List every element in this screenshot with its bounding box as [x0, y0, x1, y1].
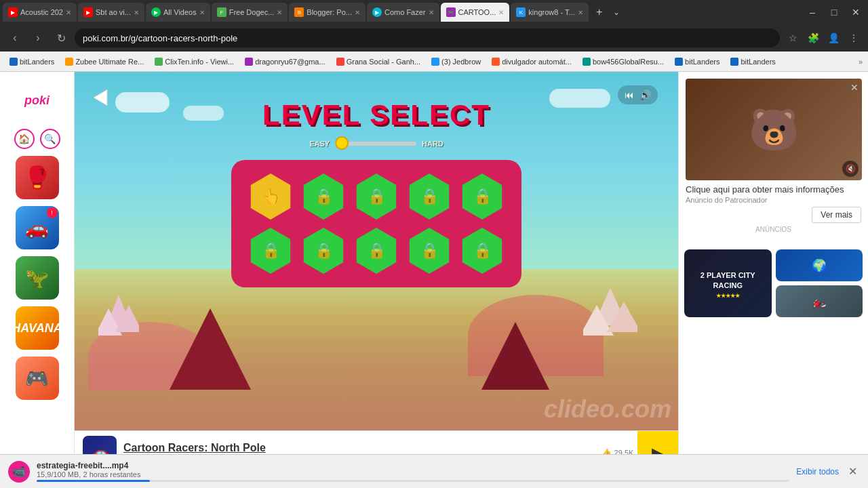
level-5-lock-icon: 🔒	[473, 188, 492, 205]
tab-favicon-7: 🎮	[446, 7, 456, 17]
download-bar-close-button[interactable]: ✕	[846, 462, 860, 481]
bookmark-divulgador[interactable]: divulgador automát...	[488, 56, 576, 67]
tab-close-7[interactable]: ✕	[498, 9, 504, 16]
sidebar-game-1[interactable]: 🥊	[16, 156, 59, 199]
search-button[interactable]: 🔍	[40, 129, 60, 149]
tab-close-1[interactable]: ✕	[66, 9, 71, 16]
tab-close-3[interactable]: ✕	[199, 9, 205, 16]
level-2-button[interactable]: 🔒	[300, 174, 347, 220]
new-tab-button[interactable]: +	[590, 3, 609, 22]
home-button[interactable]: 🏠	[14, 129, 35, 149]
tab-sbt[interactable]: ▶ Sbt ao vi... ✕	[78, 3, 144, 22]
bookmark-icon-4	[245, 58, 253, 66]
tab-freedoge[interactable]: F Free Dogec... ✕	[212, 3, 288, 22]
audio-controls: ⏮ 🔊	[618, 85, 658, 104]
bookmark-icon-8	[583, 58, 591, 66]
ad-button-row: Ver mais	[686, 207, 861, 223]
download-bar: 📹 estrategia-freebit....mp4 15,9/100 MB,…	[0, 454, 868, 488]
download-progress-bar	[37, 480, 789, 482]
ver-mais-button[interactable]: Ver mais	[812, 207, 861, 223]
show-all-downloads-button[interactable]: Exibir todos	[796, 467, 839, 476]
level-6-lock-icon: 🔒	[262, 242, 280, 260]
tab-label-8: kingrow8 - T...	[528, 8, 574, 16]
settings-icon[interactable]: ⋮	[845, 29, 863, 47]
tab-close-2[interactable]: ✕	[134, 9, 139, 16]
download-progress-fill	[37, 480, 150, 482]
svg-marker-6	[94, 89, 107, 106]
ad-bear-image: 🐻	[749, 106, 800, 154]
bookmark-zubee[interactable]: Zubee Ultimate Re...	[61, 56, 148, 67]
tab-favicon-4: F	[217, 7, 226, 17]
bookmark-bitlanders-1[interactable]: bitLanders	[5, 56, 58, 67]
bookmark-icon-7	[492, 58, 500, 66]
bookmark-clixten[interactable]: ClixTen.info - Viewi...	[151, 56, 238, 67]
tab-favicon-3: ▶	[151, 7, 161, 17]
level-9-button[interactable]: 🔒	[406, 228, 452, 274]
tab-allvideos[interactable]: ▶ All Videos ✕	[146, 3, 210, 22]
tab-close-4[interactable]: ✕	[277, 9, 282, 16]
level-4-button[interactable]: 🔒	[406, 174, 452, 220]
hex-shape-1: 👆	[248, 174, 294, 220]
difficulty-slider[interactable]	[335, 141, 416, 146]
related-game-open-world[interactable]: 🌍	[776, 249, 863, 281]
sidebar-game-5[interactable]: 🎮	[16, 357, 59, 400]
level-10-button[interactable]: 🔒	[459, 228, 505, 274]
extensions-icon[interactable]: 🧩	[804, 29, 822, 47]
profile-icon[interactable]: 👤	[825, 29, 842, 47]
tab-close-6[interactable]: ✕	[429, 9, 434, 16]
close-button[interactable]: ✕	[846, 3, 865, 22]
trees-left	[98, 295, 139, 349]
tab-cartoon[interactable]: 🎮 CARTOO... ✕	[441, 3, 510, 22]
level-7-button[interactable]: 🔒	[300, 228, 347, 274]
tab-kingrow[interactable]: K kingrow8 - T... ✕	[511, 3, 588, 22]
sidebar-game-2[interactable]: 🚗 !	[16, 206, 59, 249]
sidebar-game-4[interactable]: HAVANA	[16, 306, 59, 350]
level-5-button[interactable]: 🔒	[459, 174, 505, 220]
level-1-button[interactable]: 👆	[248, 174, 294, 220]
refresh-button[interactable]: ↻	[52, 28, 71, 47]
level-3-lock-icon: 🔒	[368, 188, 386, 205]
tab-comofazer[interactable]: ▶ Como Fazer ✕	[367, 3, 439, 22]
sidebar-game-3[interactable]: 🦖	[16, 256, 59, 300]
bookmark-icon-2	[65, 58, 73, 66]
tab-label-2: Sbt ao vi...	[96, 8, 131, 16]
ad-close-button[interactable]: ✕	[850, 82, 859, 93]
tab-acoustic[interactable]: ▶ Acoustic 202 ✕	[3, 3, 77, 22]
bookmark-grana[interactable]: Grana Social - Ganh...	[332, 56, 425, 67]
forward-button[interactable]: ›	[28, 28, 47, 47]
tab-favicon-5: B	[294, 7, 304, 17]
game-title-link[interactable]: Cartoon Racers: North Pole	[123, 442, 595, 454]
poki-logo[interactable]: poki	[17, 80, 58, 121]
related-game-2player[interactable]: 2 PLAYER CITYRACING ★★★★★	[684, 249, 772, 317]
anuncios-label: ANÚNCIOS	[686, 226, 861, 233]
music-toggle-button[interactable]: ⏮	[625, 89, 634, 100]
tab-overflow-button[interactable]: ⌄	[610, 7, 623, 17]
level-6-button[interactable]: 🔒	[248, 228, 294, 274]
level-1-cursor: 👆	[262, 188, 280, 205]
trees-right	[583, 288, 637, 349]
bookmark-bitlanders-2[interactable]: bitLanders	[671, 56, 724, 67]
back-button[interactable]: ‹	[5, 28, 24, 47]
address-bar-icons: ☆ 🧩 👤 ⋮	[784, 29, 863, 47]
difficulty-thumb	[335, 136, 349, 150]
bookmark-bitlanders-3[interactable]: bitLanders	[726, 56, 779, 67]
bookmark-icon-3	[155, 58, 163, 66]
maximize-button[interactable]: □	[825, 3, 844, 22]
address-input[interactable]	[75, 28, 780, 47]
tab-blogger[interactable]: B Blogger: Po... ✕	[289, 3, 366, 22]
bookmark-star-icon[interactable]: ☆	[784, 29, 802, 47]
tab-close-5[interactable]: ✕	[355, 9, 360, 16]
ad-mute-button[interactable]: 🔇	[842, 161, 859, 177]
bookmark-bow456[interactable]: bow456GlobalResu...	[578, 56, 668, 67]
tab-close-8[interactable]: ✕	[578, 9, 583, 16]
level-3-button[interactable]: 🔒	[353, 174, 399, 220]
bookmarks-more[interactable]: »	[859, 58, 863, 66]
level-8-button[interactable]: 🔒	[353, 228, 399, 274]
related-game-moto[interactable]: 🏍️	[776, 285, 863, 317]
bookmark-dragon[interactable]: dragonryu67@gma...	[241, 56, 330, 67]
sound-toggle-button[interactable]: 🔊	[639, 89, 651, 100]
bookmark-jedbrow[interactable]: (3) Jedbrow	[427, 56, 485, 67]
back-arrow-button[interactable]	[88, 85, 113, 110]
level-2-lock-icon: 🔒	[315, 188, 333, 205]
minimize-button[interactable]: –	[803, 3, 822, 22]
